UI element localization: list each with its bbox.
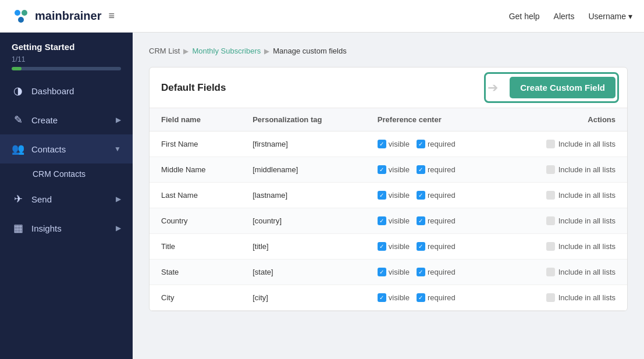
alerts-link[interactable]: Alerts bbox=[554, 12, 575, 21]
visible-label: visible bbox=[389, 216, 410, 225]
tag-cell: [title] bbox=[241, 234, 366, 260]
required-checkbox[interactable]: ✓ bbox=[417, 268, 425, 276]
include-lists-checkbox[interactable] bbox=[546, 191, 555, 200]
table-header: Field name Personalization tag Preferenc… bbox=[150, 108, 627, 131]
table-row: City [city] ✓ visible ✓ required bbox=[150, 285, 627, 311]
required-label: required bbox=[428, 293, 456, 302]
visible-label: visible bbox=[389, 293, 410, 302]
required-checkbox[interactable]: ✓ bbox=[417, 140, 425, 148]
tag-cell: [city] bbox=[241, 285, 366, 311]
sidebar-item-dashboard[interactable]: ◑ Dashboard bbox=[0, 76, 133, 105]
field-name-cell: City bbox=[150, 285, 241, 311]
include-lists-checkbox[interactable] bbox=[546, 140, 555, 148]
create-arrow-icon: ▶ bbox=[116, 116, 121, 124]
required-label: required bbox=[428, 140, 456, 148]
required-label: required bbox=[428, 216, 456, 225]
username-menu[interactable]: Username ▾ bbox=[588, 12, 632, 21]
breadcrumb-crm[interactable]: CRM List bbox=[149, 47, 180, 55]
actions-cell: Include in all lists bbox=[502, 183, 627, 208]
getting-started-section: Getting Started 1/11 bbox=[0, 33, 133, 76]
tag-cell: [state] bbox=[241, 260, 366, 285]
menu-icon[interactable]: ≡ bbox=[109, 10, 115, 22]
getting-started-progress-bar bbox=[12, 67, 121, 70]
actions-cell: Include in all lists bbox=[502, 157, 627, 183]
required-checkbox[interactable]: ✓ bbox=[417, 216, 425, 225]
required-checkbox[interactable]: ✓ bbox=[417, 165, 425, 174]
sidebar-item-crm-contacts[interactable]: CRM Contacts bbox=[0, 163, 133, 184]
logo-text: mainbrainer bbox=[35, 9, 102, 23]
breadcrumb-sep-2: ▶ bbox=[264, 47, 269, 55]
contacts-icon: 👥 bbox=[12, 143, 24, 155]
visible-checkbox[interactable]: ✓ bbox=[378, 191, 386, 200]
breadcrumb-sep-1: ▶ bbox=[183, 47, 188, 55]
col-personalization-tag: Personalization tag bbox=[241, 108, 366, 131]
create-icon: ✎ bbox=[12, 113, 24, 126]
preference-center-cell: ✓ visible ✓ required bbox=[366, 234, 502, 260]
arrow-indicator-icon: ➔ bbox=[488, 80, 498, 95]
required-checkbox[interactable]: ✓ bbox=[417, 242, 425, 251]
preference-center-cell: ✓ visible ✓ required bbox=[366, 131, 502, 157]
field-name-cell: Title bbox=[150, 234, 241, 260]
getting-started-title: Getting Started bbox=[12, 42, 121, 52]
breadcrumb-current: Manage custom fields bbox=[273, 47, 346, 55]
include-lists-checkbox[interactable] bbox=[546, 242, 555, 251]
include-lists-checkbox[interactable] bbox=[546, 165, 555, 174]
include-lists-checkbox[interactable] bbox=[546, 268, 555, 276]
actions-cell: Include in all lists bbox=[502, 131, 627, 157]
sidebar: Getting Started 1/11 ◑ Dashboard ✎ Creat… bbox=[0, 33, 133, 359]
top-nav: mainbrainer ≡ Get help Alerts Username ▾ bbox=[0, 0, 644, 33]
visible-checkbox[interactable]: ✓ bbox=[378, 242, 386, 251]
visible-checkbox[interactable]: ✓ bbox=[378, 293, 386, 302]
sidebar-item-create-label: Create bbox=[31, 115, 109, 125]
table-row: Title [title] ✓ visible ✓ required bbox=[150, 234, 627, 260]
required-checkbox[interactable]: ✓ bbox=[417, 191, 425, 200]
required-label: required bbox=[428, 191, 456, 200]
field-name-cell: Middle Name bbox=[150, 157, 241, 183]
visible-checkbox[interactable]: ✓ bbox=[378, 268, 386, 276]
fields-table: Field name Personalization tag Preferenc… bbox=[150, 108, 627, 311]
actions-cell: Include in all lists bbox=[502, 234, 627, 260]
field-name-cell: First Name bbox=[150, 131, 241, 157]
required-label: required bbox=[428, 268, 456, 276]
required-label: required bbox=[428, 165, 456, 174]
sidebar-item-contacts-label: Contacts bbox=[31, 144, 107, 154]
sidebar-item-contacts[interactable]: 👥 Contacts ▼ bbox=[0, 134, 133, 163]
sidebar-item-send[interactable]: ✈ Send ▶ bbox=[0, 184, 133, 214]
sidebar-item-insights[interactable]: ▦ Insights ▶ bbox=[0, 214, 133, 243]
get-help-link[interactable]: Get help bbox=[509, 12, 540, 21]
preference-center-cell: ✓ visible ✓ required bbox=[366, 157, 502, 183]
table-row: State [state] ✓ visible ✓ required bbox=[150, 260, 627, 285]
logo-icon bbox=[12, 7, 30, 26]
table-row: Country [country] ✓ visible ✓ required bbox=[150, 208, 627, 234]
visible-checkbox[interactable]: ✓ bbox=[378, 140, 386, 148]
field-name-cell: Last Name bbox=[150, 183, 241, 208]
include-lists-checkbox[interactable] bbox=[546, 216, 555, 225]
getting-started-progress-text: 1/11 bbox=[12, 55, 121, 63]
breadcrumb-monthly[interactable]: Monthly Subscribers bbox=[192, 47, 261, 55]
visible-label: visible bbox=[389, 191, 410, 200]
layout: Getting Started 1/11 ◑ Dashboard ✎ Creat… bbox=[0, 33, 644, 359]
insights-icon: ▦ bbox=[12, 222, 24, 234]
preference-center-cell: ✓ visible ✓ required bbox=[366, 260, 502, 285]
svg-point-2 bbox=[18, 17, 24, 23]
preference-center-cell: ✓ visible ✓ required bbox=[366, 183, 502, 208]
default-fields-card: Default Fields ➔ Create Custom Field Fie… bbox=[149, 67, 628, 311]
visible-label: visible bbox=[389, 268, 410, 276]
create-btn-wrapper: ➔ Create Custom Field bbox=[510, 77, 615, 98]
dashboard-icon: ◑ bbox=[12, 84, 24, 97]
create-custom-field-button[interactable]: Create Custom Field bbox=[510, 77, 615, 98]
field-name-cell: State bbox=[150, 260, 241, 285]
insights-arrow-icon: ▶ bbox=[116, 224, 121, 232]
include-lists-checkbox[interactable] bbox=[546, 293, 555, 302]
col-actions: Actions bbox=[502, 108, 627, 131]
sidebar-item-create[interactable]: ✎ Create ▶ bbox=[0, 105, 133, 134]
include-lists-label: Include in all lists bbox=[558, 268, 615, 276]
include-lists-label: Include in all lists bbox=[558, 140, 615, 148]
table-body: First Name [firstname] ✓ visible ✓ requi… bbox=[150, 131, 627, 311]
visible-checkbox[interactable]: ✓ bbox=[378, 216, 386, 225]
main-content: CRM List ▶ Monthly Subscribers ▶ Manage … bbox=[133, 33, 644, 359]
include-lists-label: Include in all lists bbox=[558, 242, 615, 251]
logo[interactable]: mainbrainer bbox=[12, 7, 102, 26]
visible-checkbox[interactable]: ✓ bbox=[378, 165, 386, 174]
required-checkbox[interactable]: ✓ bbox=[417, 293, 425, 302]
